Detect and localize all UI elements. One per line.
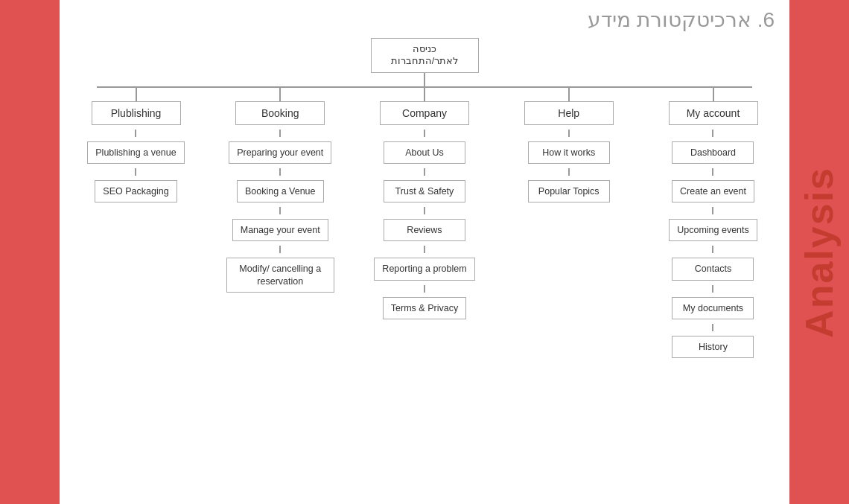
child-node: Reviews: [384, 219, 465, 241]
child-connector: [424, 168, 425, 176]
col-header-booking: Booking: [235, 101, 325, 125]
drop-line-booking: [279, 88, 281, 101]
column-myaccount: My accountDashboardCreate an eventUpcomi…: [648, 88, 778, 359]
child-node: Manage your event: [232, 219, 328, 241]
child-node: About Us: [384, 141, 465, 164]
child-connector: [424, 207, 425, 214]
child-connector: [279, 207, 281, 214]
child-node: Terms & Privacy: [383, 297, 466, 319]
child-connector: [712, 130, 713, 137]
page-title: 6. ארכיטקטורת מידע: [74, 7, 775, 32]
column-booking: BookingPreparing your eventBooking a Ven…: [215, 88, 346, 293]
column-help: HelpHow it worksPopular Topics: [503, 88, 634, 203]
columns-row: PlublishingPlublishing a venueSEO Packag…: [71, 88, 778, 359]
child-connector: [424, 246, 425, 253]
child-node: Upcoming events: [669, 219, 757, 241]
child-node: Create an event: [672, 180, 754, 202]
diagram: כניסה לאתר/התחברות PlublishingPlublishin…: [74, 38, 775, 497]
child-connector: [712, 246, 713, 253]
child-connector: [279, 130, 281, 137]
child-node: Preparing your event: [229, 141, 331, 164]
child-connector: [424, 285, 425, 293]
col-children-plublishing: Plublishing a venueSEO Packaging: [87, 130, 184, 203]
child-node: Plublishing a venue: [87, 141, 184, 164]
span-line: [97, 86, 752, 88]
col-children-help: How it worksPopular Topics: [528, 130, 610, 203]
child-connector: [135, 130, 136, 137]
child-node: Modify/ cancelling a reservation: [226, 258, 334, 293]
drop-line-help: [568, 88, 570, 101]
root-node: כניסה לאתר/התחברות: [371, 38, 479, 73]
child-node: Contacts: [672, 258, 754, 280]
child-connector: [712, 285, 713, 293]
column-company: CompanyAbout UsTrust & SafetyReviewsRepo…: [360, 88, 490, 319]
col-children-company: About UsTrust & SafetyReviewsReporting a…: [374, 130, 474, 319]
analysis-label: Analysis: [797, 167, 842, 338]
child-connector: [424, 130, 425, 137]
drop-line-company: [424, 88, 425, 101]
left-sidebar: [0, 0, 60, 504]
col-header-help: Help: [524, 101, 614, 125]
child-connector: [135, 168, 136, 176]
root-vline: [424, 73, 425, 86]
drop-line-myaccount: [713, 88, 714, 101]
span-line-container: [71, 86, 778, 88]
child-node: Trust & Safety: [384, 180, 465, 202]
child-node: Popular Topics: [528, 180, 610, 202]
child-node: Booking a Venue: [237, 180, 324, 202]
col-header-company: Company: [380, 101, 469, 125]
col-header-plublishing: Plublishing: [92, 101, 181, 125]
col-children-booking: Preparing your eventBooking a VenueManag…: [226, 130, 334, 293]
main-content: 6. ארכיטקטורת מידע כניסה לאתר/התחברות Pl…: [60, 0, 789, 504]
child-node: Reporting a problem: [374, 258, 474, 280]
child-connector: [712, 324, 713, 331]
col-children-myaccount: DashboardCreate an eventUpcoming eventsC…: [669, 130, 757, 359]
child-node: History: [672, 336, 754, 358]
child-connector: [568, 168, 570, 176]
child-node: SEO Packaging: [95, 180, 177, 202]
child-node: Dashboard: [672, 141, 754, 164]
child-connector: [712, 168, 713, 176]
child-node: How it works: [528, 141, 610, 164]
child-node: My documents: [672, 297, 754, 319]
col-header-myaccount: My account: [669, 101, 758, 125]
drop-line-plublishing: [136, 88, 137, 101]
child-connector: [568, 130, 570, 137]
child-connector: [279, 168, 281, 176]
child-connector: [712, 207, 713, 214]
child-connector: [279, 246, 281, 253]
right-sidebar: Analysis: [789, 0, 849, 504]
column-plublishing: PlublishingPlublishing a venueSEO Packag…: [71, 88, 201, 203]
